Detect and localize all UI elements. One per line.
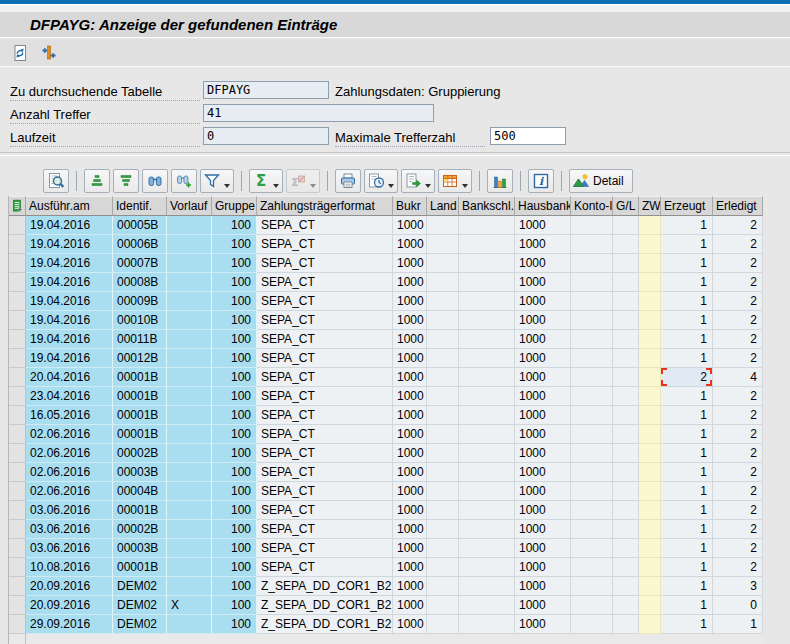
cell-format[interactable]: SEPA_CT (257, 216, 393, 235)
cell-identif[interactable]: 00001B (113, 387, 167, 406)
cell-hausbank[interactable]: 1000 (515, 444, 571, 463)
cell-gl[interactable] (613, 596, 639, 615)
cell-land[interactable] (427, 520, 459, 539)
cell-identif[interactable]: 00012B (113, 349, 167, 368)
find-button[interactable] (142, 169, 168, 193)
cell-erzeugt[interactable]: 1 (661, 596, 713, 615)
cell-zw[interactable] (639, 292, 661, 311)
cell-gl[interactable] (613, 235, 639, 254)
cell-vorlauf[interactable] (167, 254, 212, 273)
cell-gl[interactable] (613, 273, 639, 292)
cell-zw[interactable] (639, 615, 661, 634)
cell-bankschl[interactable] (459, 463, 515, 482)
cell-erzeugt[interactable]: 1 (661, 501, 713, 520)
cell-bankschl[interactable] (459, 577, 515, 596)
cell-bukr[interactable]: 1000 (393, 596, 427, 615)
cell-identif[interactable]: 00001B (113, 425, 167, 444)
row-selector[interactable] (9, 368, 26, 387)
cell-ausfuehr[interactable]: 03.06.2016 (26, 520, 113, 539)
cell-gruppe[interactable]: 100 (212, 387, 257, 406)
cell-bankschl[interactable] (459, 235, 515, 254)
cell-identif[interactable]: 00002B (113, 444, 167, 463)
cell-kontoid[interactable] (571, 368, 613, 387)
col-header-land[interactable]: Land (427, 196, 459, 216)
cell-gruppe[interactable]: 100 (212, 539, 257, 558)
cell-erledigt[interactable]: 2 (713, 463, 763, 482)
cell-bankschl[interactable] (459, 273, 515, 292)
cell-identif[interactable]: DEM02 (113, 577, 167, 596)
cell-format[interactable]: SEPA_CT (257, 387, 393, 406)
cell-zw[interactable] (639, 387, 661, 406)
cell-gl[interactable] (613, 387, 639, 406)
cell-kontoid[interactable] (571, 539, 613, 558)
cell-erzeugt[interactable]: 1 (661, 387, 713, 406)
cell-bukr[interactable]: 1000 (393, 368, 427, 387)
dropdown-arrow-icon[interactable] (310, 184, 316, 188)
col-header-gl[interactable]: G/L (613, 196, 639, 216)
cell-gl[interactable] (613, 444, 639, 463)
row-selector[interactable] (9, 216, 26, 235)
cell-identif[interactable]: 00001B (113, 368, 167, 387)
col-header-kontoid[interactable]: Konto-Id (571, 196, 613, 216)
row-selector[interactable] (9, 292, 26, 311)
cell-gruppe[interactable]: 100 (212, 349, 257, 368)
cell-erzeugt[interactable]: 1 (661, 216, 713, 235)
row-selector[interactable] (9, 330, 26, 349)
cell-land[interactable] (427, 406, 459, 425)
cell-ausfuehr[interactable]: 23.04.2016 (26, 387, 113, 406)
cell-zw[interactable] (639, 235, 661, 254)
row-selector[interactable] (9, 520, 26, 539)
cell-vorlauf[interactable] (167, 349, 212, 368)
grid-corner-cell[interactable] (9, 196, 26, 216)
cell-format[interactable]: Z_SEPA_DD_COR1_B2B (257, 615, 393, 634)
row-selector[interactable] (9, 254, 26, 273)
cell-land[interactable] (427, 349, 459, 368)
graphic-button[interactable] (487, 169, 513, 193)
cell-erledigt[interactable]: 2 (713, 387, 763, 406)
row-selector[interactable] (9, 501, 26, 520)
cell-gruppe[interactable]: 100 (212, 482, 257, 501)
cell-identif[interactable]: 00003B (113, 463, 167, 482)
cell-hausbank[interactable]: 1000 (515, 558, 571, 577)
cell-hausbank[interactable]: 1000 (515, 425, 571, 444)
cell-format[interactable]: Z_SEPA_DD_COR1_B2B (257, 596, 393, 615)
cell-erzeugt[interactable]: 1 (661, 539, 713, 558)
cell-vorlauf[interactable] (167, 577, 212, 596)
cell-bankschl[interactable] (459, 520, 515, 539)
cell-ausfuehr[interactable]: 19.04.2016 (26, 311, 113, 330)
cell-bukr[interactable]: 1000 (393, 387, 427, 406)
cell-gl[interactable] (613, 330, 639, 349)
cell-zw[interactable] (639, 311, 661, 330)
cell-bukr[interactable]: 1000 (393, 216, 427, 235)
cell-identif[interactable]: 00004B (113, 482, 167, 501)
cell-identif[interactable]: 00001B (113, 501, 167, 520)
cell-hausbank[interactable]: 1000 (515, 577, 571, 596)
row-selector[interactable] (9, 311, 26, 330)
subtotal-button[interactable]: Σ (286, 169, 320, 193)
cell-gl[interactable] (613, 520, 639, 539)
row-selector[interactable] (9, 596, 26, 615)
cell-hausbank[interactable]: 1000 (515, 254, 571, 273)
cell-format[interactable]: SEPA_CT (257, 330, 393, 349)
find-next-button[interactable] (171, 169, 197, 193)
cell-format[interactable]: SEPA_CT (257, 482, 393, 501)
cell-bukr[interactable]: 1000 (393, 254, 427, 273)
cell-ausfuehr[interactable]: 02.06.2016 (26, 482, 113, 501)
cell-kontoid[interactable] (571, 235, 613, 254)
col-header-zw[interactable]: ZW (639, 196, 661, 216)
cell-ausfuehr[interactable]: 19.04.2016 (26, 330, 113, 349)
cell-vorlauf[interactable]: X (167, 596, 212, 615)
cell-kontoid[interactable] (571, 463, 613, 482)
cell-hausbank[interactable]: 1000 (515, 387, 571, 406)
cell-format[interactable]: SEPA_CT (257, 463, 393, 482)
cell-identif[interactable]: 00002B (113, 520, 167, 539)
cell-gruppe[interactable]: 100 (212, 368, 257, 387)
cell-gl[interactable] (613, 501, 639, 520)
cell-kontoid[interactable] (571, 444, 613, 463)
cell-bukr[interactable]: 1000 (393, 501, 427, 520)
cell-ausfuehr[interactable]: 10.08.2016 (26, 558, 113, 577)
cell-erledigt[interactable]: 2 (713, 520, 763, 539)
cell-bankschl[interactable] (459, 596, 515, 615)
cell-bankschl[interactable] (459, 444, 515, 463)
cell-identif[interactable]: 00010B (113, 311, 167, 330)
